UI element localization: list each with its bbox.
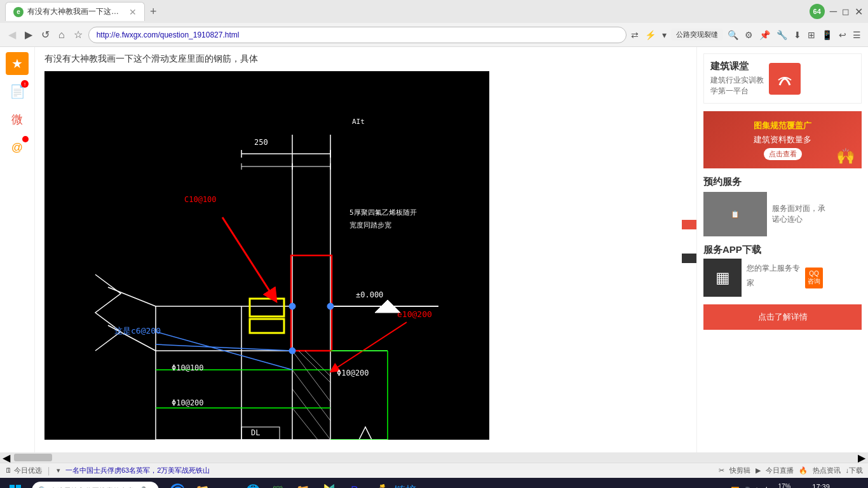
zero-level-label: ±0.000 xyxy=(356,290,383,299)
taskbar-app-baidu[interactable]: B xyxy=(343,479,366,488)
taskbar-app-360[interactable]: 🛡 xyxy=(267,479,290,488)
address-bar[interactable]: http://e.fwxgx.com/question_1910827.html xyxy=(88,27,627,43)
cpu-percent: 17% xyxy=(778,483,790,488)
svg-rect-22 xyxy=(250,299,284,316)
tab-close-button[interactable]: ✕ xyxy=(129,7,137,17)
jianzhu-text: 建筑课堂 建筑行业实训教 学第一平台 xyxy=(710,60,764,97)
live-icon: ▶ xyxy=(756,466,761,475)
tujiji-line1: 图集规范覆盖广 xyxy=(754,120,811,132)
refresh-button[interactable]: ↺ xyxy=(38,27,53,42)
svg-line-29 xyxy=(292,408,318,440)
taskbar-app-cortana[interactable]: 🌀 xyxy=(165,479,188,488)
minimize-button[interactable]: ─ xyxy=(830,6,837,17)
active-tab[interactable]: 有没有大神教我画一下这个滑动支座里面的钢筋，具体 ✕ xyxy=(5,2,145,21)
sidebar-icon-star[interactable]: ★ xyxy=(6,52,29,75)
app-desc1: 您的掌上服务专 xyxy=(747,263,800,274)
news-link[interactable]: 一名中国士兵俘虏63名英军，2万美军战死铁山 xyxy=(65,466,210,475)
taskbar-input-icon[interactable]: 中 xyxy=(754,486,761,489)
taskbar-datetime[interactable]: 17:39 2018/8/10 xyxy=(799,483,830,488)
svg-line-28 xyxy=(299,351,330,383)
h-label: H xyxy=(527,281,532,289)
lightning-icon[interactable]: ⚡ xyxy=(643,29,658,41)
scroll-thumb[interactable] xyxy=(14,454,52,461)
close-button[interactable]: ✕ xyxy=(855,6,863,18)
alt-label: AIt xyxy=(352,118,365,126)
yuyue-block: 预约服务 📋 服务面对面，承 诺心连心 xyxy=(703,176,862,236)
scroll-left-btn[interactable]: ◀ xyxy=(0,452,13,464)
taskbar-app-gold[interactable]: 💰 xyxy=(369,479,391,488)
app-row: ▦ 您的掌上服务专 家 QQ 咨询 xyxy=(703,259,862,297)
forward-button[interactable]: ▶ xyxy=(22,27,36,42)
svg-line-26 xyxy=(292,370,330,421)
svg-line-40 xyxy=(222,217,273,297)
address-text: http://e.fwxgx.com/question_1910827.html xyxy=(97,30,618,39)
search-field[interactable]: 公路突现裂缝 xyxy=(671,29,723,41)
app-desc2: 家 xyxy=(747,278,800,288)
tujiji-link[interactable]: 点击查看 xyxy=(764,148,802,160)
bookmark-button[interactable]: ☆ xyxy=(71,27,86,42)
yuyue-row: 📋 服务面对面，承 诺心连心 xyxy=(703,192,862,236)
download-icon[interactable]: ⬇ xyxy=(792,29,803,41)
tab-favicon xyxy=(13,7,24,17)
polyethylene2-label: 宽度同踏步宽 xyxy=(349,220,391,230)
horizontal-scrollbar[interactable]: ◀ ▶ xyxy=(0,452,868,463)
cad-drawing: C10@100 250 5厚聚四氟乙烯板随开 宽度同踏步宽 ±0.000 e10… xyxy=(44,71,489,440)
taskbar-search-placeholder: 在这里输入你要搜索的内容 xyxy=(50,486,134,489)
app-block: 服务APP下载 ▦ 您的掌上服务专 家 QQ 咨询 xyxy=(703,244,862,297)
sidebar-icon-weibo[interactable]: 微 xyxy=(6,108,29,131)
hot-icon: 🔥 xyxy=(799,466,808,475)
history-back-icon[interactable]: ↩ xyxy=(837,29,848,41)
start-button[interactable] xyxy=(3,478,28,488)
red-ad-block[interactable]: 点击了解详情 xyxy=(703,304,862,330)
taskbar-time: 17:39 xyxy=(812,483,830,488)
phi10-100-label: Φ10@100 xyxy=(172,363,204,372)
menu-icon[interactable]: ☰ xyxy=(851,29,863,41)
pin-icon[interactable]: 📌 xyxy=(757,29,772,41)
feedback-button[interactable]: 意见 反馈 xyxy=(682,220,696,229)
taskbar-app-link[interactable]: 链接 xyxy=(394,479,417,488)
jianzhu-desc1: 建筑行业实训教 xyxy=(710,75,764,86)
yuyue-desc1: 服务面对面，承 xyxy=(772,203,825,214)
tools-icon[interactable]: 🔧 xyxy=(775,29,789,41)
tujiji-banner[interactable]: 图集规范覆盖广 建筑资料数量多 点击查看 🙌 xyxy=(703,111,862,168)
search-icon[interactable]: 🔍 xyxy=(726,29,740,41)
restore-button[interactable]: ◻ xyxy=(842,6,850,17)
svg-rect-23 xyxy=(250,319,284,333)
scroll-right-btn[interactable]: ▶ xyxy=(855,452,868,464)
jianzhu-logo xyxy=(769,63,801,95)
sidebar-icon-doc[interactable]: 📄 ! xyxy=(6,80,29,103)
nav-right: ⇄ ⚡ ▾ 公路突现裂缝 🔍 ⚙ 📌 🔧 ⬇ ⊞ 📱 ↩ ☰ xyxy=(629,29,863,41)
qq-btn[interactable]: QQ 咨询 xyxy=(805,268,823,288)
download-label: ↓下载 xyxy=(846,466,864,475)
taskbar-app-folder[interactable]: 📂 xyxy=(292,479,315,488)
nav-bar: ◀ ▶ ↺ ⌂ ☆ http://e.fwxgx.com/question_19… xyxy=(0,23,868,47)
home-button[interactable]: ⌂ xyxy=(55,28,68,42)
taskbar-search-box[interactable]: 🔍 在这里输入你要搜索的内容 🎤 xyxy=(32,482,159,488)
taskbar-app-ie[interactable]: 🌐 xyxy=(241,479,264,488)
grid-icon[interactable]: ⊞ xyxy=(806,29,817,41)
svg-rect-42 xyxy=(241,427,280,440)
svg-rect-48 xyxy=(10,485,15,488)
taskbar-app-explorer[interactable]: 📁 xyxy=(191,479,214,488)
extensions-icon[interactable]: ⚙ xyxy=(743,29,755,41)
taskbar-lang-icon[interactable]: 中 xyxy=(763,486,770,489)
back-button[interactable]: ◀ xyxy=(5,27,19,42)
c6-label: 这是c6@200 xyxy=(114,325,161,337)
c10-label: C10@100 xyxy=(184,195,217,204)
dropdown-icon[interactable]: ▾ xyxy=(660,29,668,41)
dim250-label: 250 xyxy=(254,138,268,147)
mobile-icon[interactable]: 📱 xyxy=(820,29,834,41)
taskbar-app-green[interactable]: 🔰 xyxy=(318,479,341,488)
taskbar-app-edge[interactable]: e xyxy=(216,479,239,488)
follow-button[interactable]: 关注 我们 xyxy=(682,254,696,263)
jianzhu-desc2: 学第一平台 xyxy=(710,86,764,97)
svg-line-27 xyxy=(292,351,330,402)
svg-line-41 xyxy=(334,322,407,370)
e10-200-label: e10@200 xyxy=(397,309,432,319)
new-tab-button[interactable]: + xyxy=(150,5,157,18)
news-down-icon: ▾ xyxy=(57,466,60,475)
share-icon[interactable]: ⇄ xyxy=(629,29,641,41)
tab-bar: 有没有大神教我画一下这个滑动支座里面的钢筋，具体 ✕ + 64 ─ ◻ ✕ xyxy=(0,0,868,23)
polyethylene-label: 5厚聚四氟乙烯板随开 xyxy=(349,208,417,217)
sidebar-icon-email[interactable]: @ xyxy=(6,136,29,159)
